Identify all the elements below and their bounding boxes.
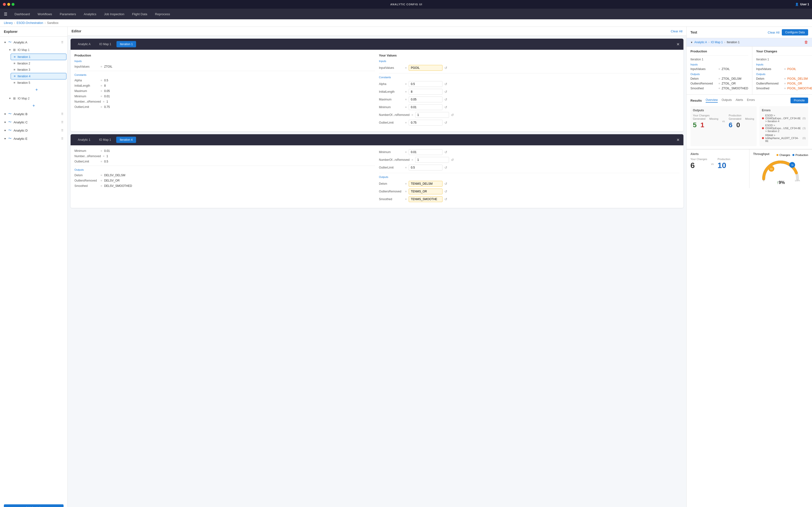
minimize-traffic-light[interactable] (7, 3, 10, 6)
iteration-icon: ≡ (14, 55, 16, 59)
test-panel: Test Clear All Configure Data ▼ Analytic… (686, 27, 812, 507)
results-outputs-box: Outputs Your Changes Generated Missing 5… (691, 106, 757, 146)
c2-vals-const-row-2: OutlierLimit = ↺ (379, 165, 679, 170)
alerts-row: Your Changes 6 vs Production 10 (691, 158, 745, 170)
tree-iteration-5[interactable]: ≡ Iteration 5 (11, 80, 66, 86)
editor-clear-all[interactable]: Clear All (671, 30, 682, 33)
nav-dashboard[interactable]: Dashboard (11, 10, 33, 18)
editor-card-2-close[interactable]: ✕ (676, 137, 679, 142)
add-analytic-button[interactable]: Add Analytic (4, 504, 63, 507)
results-tab-errors[interactable]: Errors (747, 98, 755, 103)
tree-iterations-1: ≡ Iteration 1 ≡ Iteration 2 ≡ Iteration … (6, 53, 67, 87)
tree-analytic-c: ▼ 〜 Analytic C ⠿ (0, 119, 67, 126)
editor-tab-iteration-1[interactable]: Iteration 1 (116, 41, 136, 47)
add-iomap-button[interactable]: + (0, 102, 67, 109)
editor-title: Editor (71, 29, 81, 33)
iomap-icon: ⊞ (13, 48, 16, 52)
tree-analytic-c-header[interactable]: ▼ 〜 Analytic C ⠿ (0, 119, 67, 126)
legend-changes-label: Changes (779, 154, 790, 157)
vals-const-field-1[interactable] (409, 89, 443, 95)
vals-const-field-5[interactable] (409, 120, 443, 125)
prod-const-name-5: OutlierLimit (74, 105, 99, 109)
reset-icon[interactable]: ↺ (445, 150, 447, 154)
tree-iteration-4[interactable]: ≡ Iteration 4 (11, 73, 66, 79)
error-text-0: ESOD > OSWDpExpo...OFF_CF34-8E > Iterati… (765, 114, 801, 123)
nav-reprocess[interactable]: Reprocess (152, 10, 173, 18)
reset-icon[interactable]: ↺ (445, 82, 447, 86)
test-clear-all[interactable]: Clear All (768, 31, 779, 34)
reset-icon[interactable]: ↺ (445, 197, 447, 201)
reset-icon[interactable]: ↺ (445, 105, 447, 109)
delete-path-button[interactable]: 🗑 (804, 40, 808, 44)
promote-button[interactable]: Promote (791, 98, 808, 103)
trend-icon: 〜 (8, 120, 12, 124)
tree-analytic-a-header[interactable]: ▼ 〜 Analytic A ⠿ (0, 39, 67, 46)
close-traffic-light[interactable] (3, 3, 6, 6)
tree-analytic-b-header[interactable]: ▼ 〜 Analytic B ⠿ (0, 110, 67, 118)
reset-icon[interactable]: ↺ (445, 166, 447, 169)
c2-prod-const-row-0: Minimum = 0.01 (74, 149, 375, 153)
vals-input-field-0[interactable] (409, 65, 443, 71)
alerts-changes-label: Your Changes (691, 158, 707, 161)
reset-icon[interactable]: ↺ (445, 98, 447, 101)
legend-changes-dot (776, 154, 778, 156)
vals-const-field-4[interactable] (415, 112, 449, 118)
c2-vals-const-field-0[interactable] (409, 149, 443, 155)
nav-workflows[interactable]: Workflows (34, 10, 56, 18)
path-iomap-1[interactable]: IO Map 1 (711, 41, 723, 44)
test-prod-input-0: InputValues = ZTOIL (691, 67, 748, 71)
tree-iteration-1[interactable]: ≡ Iteration 1 (11, 54, 66, 60)
reset-icon[interactable]: ↺ (445, 90, 447, 94)
path-analytic-a[interactable]: Analytic A (694, 41, 707, 44)
reset-icon-0[interactable]: ↺ (445, 66, 447, 70)
editor-tab-analytic-1[interactable]: Analytic 1 (74, 137, 94, 143)
alerts-vs: vs (711, 163, 714, 165)
vals-const-field-0[interactable] (409, 81, 443, 87)
errors-list: ESOD > OSWDpExpo...OFF_CF34-8E > Iterati… (762, 114, 806, 143)
reset-icon[interactable]: ↺ (445, 189, 447, 193)
vals-const-field-2[interactable] (409, 97, 443, 102)
results-tab-overview[interactable]: Overview (706, 98, 718, 103)
c2-vals-out-field-1[interactable] (409, 188, 443, 194)
reset-icon[interactable]: ↺ (445, 182, 447, 186)
test-changes-oval-0: PGOIL_DELSM (788, 77, 808, 80)
chevron-down-icon: ▼ (691, 41, 693, 44)
tree-iteration-2[interactable]: ≡ Iteration 2 (11, 60, 66, 66)
add-iteration-button[interactable]: + (6, 87, 67, 94)
nav-parameters[interactable]: Parameters (56, 10, 79, 18)
results-tab-alerts[interactable]: Alerts (735, 98, 743, 103)
your-missing-number: 1 (701, 121, 704, 129)
editor-tab-iomap-1-card2[interactable]: IO Map 1 (96, 137, 114, 143)
tree-analytic-d-header[interactable]: ▼ 〜 Analytic D ⠿ (0, 127, 67, 134)
editor-tab-analytic-a[interactable]: Analytic A (74, 41, 94, 47)
editor-tab-iteration-4[interactable]: Iteration 4 (116, 137, 136, 143)
test-prod-oval-2: ZTOIL_SMOOTHED (722, 87, 748, 90)
editor-card-1-close[interactable]: ✕ (676, 42, 679, 47)
c2-vals-out-field-0[interactable] (409, 181, 443, 187)
results-tab-outputs[interactable]: Outputs (722, 98, 732, 103)
editor-tab-iomap-1[interactable]: IO Map 1 (96, 41, 114, 47)
c2-vals-const-field-2[interactable] (409, 165, 443, 170)
nav-analytics[interactable]: Analytics (81, 10, 100, 18)
tree-iomap-1-header[interactable]: ▼ ⊞ IO Map 1 (6, 47, 67, 53)
c2-vals-out-field-2[interactable] (409, 196, 443, 202)
breadcrumb-esod[interactable]: ESOD-Orchestration (17, 21, 43, 24)
tree-iteration-3[interactable]: ≡ Iteration 3 (11, 67, 66, 73)
nav-flight-data[interactable]: Flight Data (129, 10, 151, 18)
reset-icon[interactable]: ↺ (451, 158, 454, 162)
editor-panel: Editor Clear All Analytic A IO Map 1 Ite… (68, 27, 686, 507)
maximize-traffic-light[interactable] (12, 3, 14, 6)
c2-prod-const-row-2: OutlierLimit = 0.5 (74, 160, 375, 163)
reset-icon[interactable]: ↺ (445, 121, 447, 125)
nav-job-inspection[interactable]: Job Inspection (101, 10, 128, 18)
prod-const-name-0: Alpha (74, 79, 99, 82)
vals-const-field-3[interactable] (409, 104, 443, 110)
editor-card-2-prod: Minimum = 0.01 Number...sRemoved = 1 Out… (74, 149, 375, 204)
reset-icon[interactable]: ↺ (451, 113, 454, 117)
tree-analytic-e-header[interactable]: ▼ 〜 Analytic E ⠿ (0, 135, 67, 142)
breadcrumb-library[interactable]: Library (4, 21, 13, 24)
c2-vals-const-field-1[interactable] (415, 157, 449, 163)
configure-data-button[interactable]: Configure Data (782, 29, 808, 36)
tree-iomap-2-header[interactable]: ▼ ⊞ IO Map 2 (6, 95, 67, 101)
menu-button[interactable]: ☰ (4, 12, 7, 16)
